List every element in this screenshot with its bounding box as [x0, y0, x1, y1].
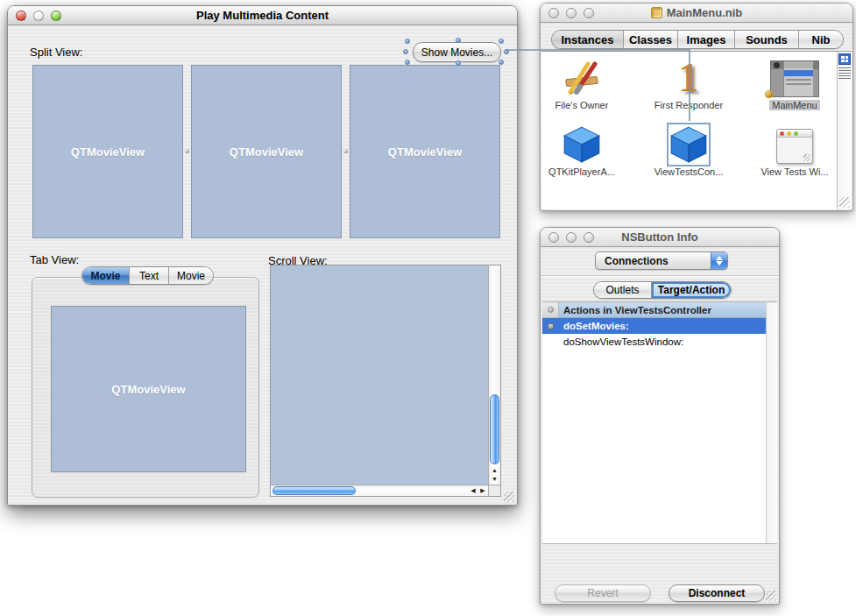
- nib-item-mainmenu[interactable]: MainMenu: [746, 57, 843, 110]
- selection-handle[interactable]: [499, 60, 504, 65]
- tab-text[interactable]: Text: [130, 267, 169, 284]
- window-title: MainMenu.nib: [667, 6, 743, 19]
- scroll-content[interactable]: [271, 266, 488, 485]
- show-movies-button[interactable]: Show Movies...: [413, 42, 501, 62]
- split-divider-handle[interactable]: [185, 149, 189, 153]
- resize-grip[interactable]: [766, 591, 776, 601]
- horizontal-scrollbar[interactable]: ◀ ▶: [271, 485, 488, 496]
- popup-value: Connections: [605, 255, 669, 267]
- blue-cube-icon: [562, 125, 601, 164]
- nib-tab-bar: Instances Classes Images Sounds Nib: [551, 30, 844, 49]
- split-divider-handle[interactable]: [343, 149, 348, 153]
- scroll-view: ▲ ▼ ◀ ▶: [270, 265, 501, 497]
- vertical-scrollbar[interactable]: ▲ ▼: [488, 266, 500, 485]
- tab-outlets[interactable]: Outlets: [594, 282, 652, 298]
- connections-popup[interactable]: Connections: [595, 251, 728, 270]
- tab-instances[interactable]: Instances: [552, 31, 624, 48]
- qtmovieview-pane[interactable]: QTMovieView: [32, 65, 183, 238]
- first-responder-icon: 1: [679, 59, 699, 97]
- nib-item-label: QTKitPlayerA...: [534, 166, 630, 177]
- tab-classes[interactable]: Classes: [624, 31, 678, 48]
- selection-handle[interactable]: [403, 49, 408, 54]
- split-view-label: Split View:: [30, 46, 82, 59]
- document-window: Play Multimedia Content Split View: Show…: [7, 5, 518, 506]
- popup-stepper-icon: [711, 252, 727, 269]
- tab-sounds[interactable]: Sounds: [735, 31, 799, 48]
- nib-item-viewtests-window[interactable]: View Tests Wi...: [746, 124, 843, 177]
- connection-dot-icon: [548, 307, 554, 313]
- vertical-scrollbar-thumb[interactable]: [490, 394, 499, 464]
- qtmovieview-pane[interactable]: QTMovieView: [191, 65, 342, 238]
- list-header-row[interactable]: Actions in ViewTestsController: [542, 302, 766, 318]
- list-header-label: Actions in ViewTestsController: [559, 302, 766, 318]
- actions-list: Actions in ViewTestsController doSetMovi…: [542, 301, 777, 544]
- qtmovieview-pane[interactable]: QTMovieView: [51, 306, 246, 472]
- info-tab-bar: Outlets Target/Action: [593, 281, 732, 299]
- nib-item-qtkitplayer[interactable]: QTKitPlayerA...: [534, 124, 630, 177]
- action-row[interactable]: doShowViewTestsWindow:: [542, 334, 766, 350]
- action-row-selected[interactable]: doSetMovies:: [542, 318, 766, 334]
- resize-grip[interactable]: [504, 492, 514, 502]
- action-label: doShowViewTestsWindow:: [559, 336, 683, 347]
- instances-pane: File's Owner 1 First Responder: [541, 51, 852, 209]
- gold-dot-icon: [765, 90, 773, 98]
- tab-images[interactable]: Images: [678, 31, 735, 48]
- action-label: doSetMovies:: [559, 321, 629, 331]
- tab-nib[interactable]: Nib: [799, 31, 843, 48]
- scroll-up-arrow-icon[interactable]: ▲: [489, 466, 500, 475]
- tab-view-label: Tab View:: [30, 253, 79, 266]
- nib-item-label: First Responder: [640, 100, 737, 110]
- nib-item-label: MainMenu: [746, 100, 843, 110]
- mainmenu-icon: [770, 60, 819, 97]
- scrollbar-corner: [488, 485, 500, 496]
- nib-item-first-responder[interactable]: 1 First Responder: [640, 57, 737, 110]
- window-title: Play Multimedia Content: [8, 9, 517, 22]
- document-titlebar[interactable]: Play Multimedia Content: [8, 6, 517, 25]
- selection-handle[interactable]: [456, 38, 461, 43]
- tab-movie-2[interactable]: Movie: [169, 267, 213, 284]
- nib-titlebar[interactable]: MainMenu.nib: [541, 4, 852, 23]
- info-titlebar[interactable]: NSButton Info: [541, 228, 779, 247]
- scroll-right-arrow-icon[interactable]: ▶: [478, 486, 487, 495]
- selection-handle[interactable]: [504, 49, 509, 54]
- blue-cube-icon: [669, 125, 708, 164]
- disconnect-button[interactable]: Disconnect: [669, 584, 765, 602]
- selection-handle[interactable]: [499, 39, 504, 44]
- resize-grip[interactable]: [839, 197, 850, 208]
- selection-handle[interactable]: [456, 60, 461, 66]
- window-title: NSButton Info: [541, 230, 779, 244]
- connected-dot-icon: [548, 323, 554, 329]
- tab-movie-1[interactable]: Movie: [82, 267, 130, 284]
- scroll-down-arrow-icon[interactable]: ▼: [489, 475, 500, 484]
- info-window: NSButton Info Connections Outlets Target…: [540, 227, 780, 605]
- horizontal-scrollbar-thumb[interactable]: [272, 486, 356, 495]
- nib-item-label: ViewTestsCon...: [640, 166, 737, 177]
- nib-item-label: View Tests Wi...: [746, 166, 843, 177]
- revert-button[interactable]: Revert: [555, 584, 651, 602]
- qtmovieview-pane[interactable]: QTMovieView: [350, 65, 500, 238]
- split-view: QTMovieView QTMovieView QTMovieView: [32, 65, 500, 238]
- nib-document-icon: [651, 7, 662, 18]
- tab-bar: Movie Text Movie: [81, 266, 214, 285]
- selection-handle[interactable]: [405, 39, 410, 44]
- nib-item-viewtestscontroller[interactable]: ViewTestsCon...: [640, 124, 737, 177]
- nib-item-files-owner[interactable]: File's Owner: [534, 57, 630, 110]
- files-owner-icon: [562, 59, 602, 97]
- tab-target-action[interactable]: Target/Action: [652, 282, 731, 298]
- separator: [541, 275, 779, 276]
- selection-handle[interactable]: [405, 60, 410, 65]
- nib-window: MainMenu.nib Instances Classes Images So…: [540, 3, 853, 211]
- scroll-left-arrow-icon[interactable]: ◀: [469, 486, 478, 495]
- mini-window-icon: [776, 129, 813, 164]
- nib-item-label: File's Owner: [534, 100, 630, 110]
- list-scrollbar[interactable]: [766, 302, 777, 543]
